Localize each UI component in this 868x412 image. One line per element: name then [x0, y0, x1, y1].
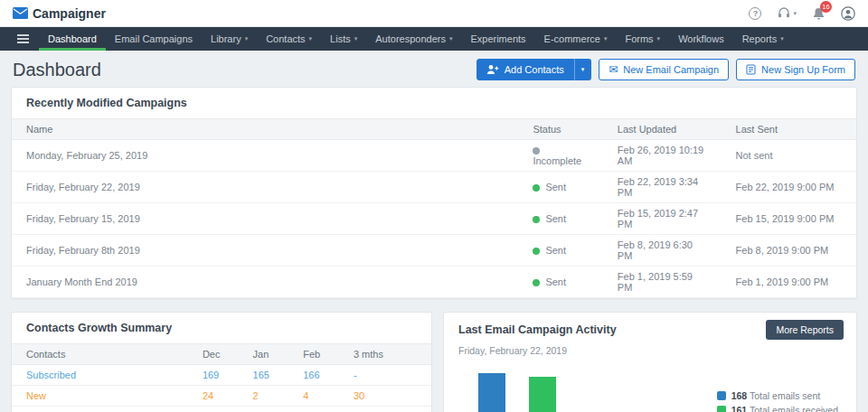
bar-total-emails-received — [529, 377, 556, 412]
recent-campaigns-card: Recently Modified Campaigns Name Status … — [11, 87, 857, 299]
campaign-activity-chart: 168 Total emails sent 161 Total emails r… — [458, 365, 842, 412]
card-title: Recently Modified Campaigns — [26, 97, 187, 109]
contacts-growth-table: Contacts Dec Jan Feb 3 mths Subscribed 1… — [12, 343, 431, 412]
metric-value: 0 — [188, 407, 239, 412]
nav-autoresponders[interactable]: Autoresponders▾ — [366, 27, 461, 51]
more-reports-button[interactable]: More Reports — [766, 320, 844, 340]
account-menu-button[interactable] — [841, 6, 855, 21]
bar-group — [466, 367, 672, 412]
col-status: Status — [518, 119, 602, 140]
bar-total-emails-sent — [478, 373, 505, 412]
chevron-down-icon: ▾ — [793, 10, 797, 17]
campaign-name[interactable]: Friday, February 15, 2019 — [12, 203, 518, 235]
nav-dashboard[interactable]: Dashboard — [39, 27, 106, 51]
main-nav: Dashboard Email Campaigns Library▾ Conta… — [0, 27, 868, 51]
main-content: Recently Modified Campaigns Name Status … — [0, 87, 868, 412]
metric-value: 165 — [239, 365, 289, 386]
table-row[interactable]: Monday, February 25, 2019 Incomplete Feb… — [12, 140, 856, 172]
card-header: Recently Modified Campaigns — [12, 88, 856, 118]
table-row[interactable]: January Month End 2019 Sent Feb 1, 2019 … — [12, 267, 856, 298]
col-last-sent: Last Sent — [722, 119, 856, 140]
metric-value: 169 — [188, 365, 239, 386]
form-icon — [746, 64, 756, 75]
table-row[interactable]: Friday, February 15, 2019 Sent Feb 15, 2… — [12, 203, 856, 235]
col-3mths: 3 mths — [339, 344, 431, 365]
status-dot — [533, 147, 540, 154]
campaign-status: Incomplete — [518, 140, 602, 172]
col-contacts: Contacts — [12, 344, 188, 365]
status-dot — [533, 279, 540, 286]
metric-value: 4 — [288, 386, 339, 407]
page-header: Dashboard Add Contacts ▾ ✉ New Email Cam… — [0, 51, 868, 87]
user-avatar-icon — [841, 6, 855, 21]
envelope-logo-icon — [13, 7, 28, 19]
card-header: Last Email Campaign Activity More Report… — [444, 313, 856, 343]
add-contacts-split-button: Add Contacts ▾ — [476, 59, 592, 80]
table-row[interactable]: Friday, February 8th 2019 Sent Feb 8, 20… — [12, 235, 856, 267]
growth-row: Unsubscribed 0 1 3 4 — [12, 407, 431, 412]
headset-icon — [778, 7, 790, 19]
nav-lists[interactable]: Lists▾ — [321, 27, 366, 51]
growth-row: Subscribed 169 165 166 - — [12, 365, 431, 386]
col-last-updated: Last Updated — [603, 119, 722, 140]
add-contacts-dropdown[interactable]: ▾ — [574, 59, 592, 80]
nav-experiments[interactable]: Experiments — [461, 27, 534, 51]
campaign-activity-card: Last Email Campaign Activity More Report… — [443, 312, 857, 412]
card-title: Last Email Campaign Activity — [458, 323, 617, 336]
legend-swatch — [717, 406, 726, 412]
card-title: Contacts Growth Summary — [26, 322, 172, 334]
nav-email-campaigns[interactable]: Email Campaigns — [106, 27, 202, 51]
table-row[interactable]: Friday, February 22, 2019 Sent Feb 22, 2… — [12, 172, 856, 203]
topbar-tools: ? ▾ 16 — [749, 6, 855, 21]
nav-workflows[interactable]: Workflows — [669, 27, 733, 51]
menu-icon[interactable] — [7, 27, 39, 51]
support-menu-button[interactable]: ▾ — [778, 7, 797, 19]
metric-subscribed-link[interactable]: Subscribed — [26, 370, 76, 380]
nav-contacts[interactable]: Contacts▾ — [257, 27, 321, 51]
legend-swatch — [717, 391, 726, 400]
metric-value: 2 — [239, 386, 289, 407]
metric-value: 1 — [239, 407, 289, 412]
campaign-name[interactable]: January Month End 2019 — [12, 267, 518, 298]
metric-new-link[interactable]: New — [26, 390, 46, 401]
chevron-down-icon: ▾ — [245, 35, 249, 42]
page-actions: Add Contacts ▾ ✉ New Email Campaign New … — [476, 59, 855, 80]
campaign-name[interactable]: Monday, February 25, 2019 — [12, 140, 518, 172]
growth-row: New 24 2 4 30 — [12, 386, 431, 407]
campaign-last-sent: Feb 8, 2019 9:00 PM — [722, 235, 856, 267]
campaigner-logo[interactable]: Campaigner — [13, 6, 106, 21]
chevron-down-icon: ▾ — [354, 35, 358, 42]
campaign-name[interactable]: Friday, February 8th 2019 — [12, 235, 518, 267]
table-header-row: Name Status Last Updated Last Sent — [12, 119, 856, 140]
bottom-row: Contacts Growth Summary Contacts Dec Jan… — [11, 312, 857, 412]
add-contacts-button[interactable]: Add Contacts — [476, 59, 574, 80]
nav-reports[interactable]: Reports▾ — [733, 27, 793, 51]
new-email-campaign-button[interactable]: ✉ New Email Campaign — [599, 59, 729, 80]
help-button[interactable]: ? — [749, 7, 761, 20]
recent-campaigns-table: Name Status Last Updated Last Sent Monda… — [12, 118, 856, 298]
col-feb: Feb — [288, 344, 339, 365]
campaign-status: Sent — [518, 235, 602, 267]
question-icon: ? — [749, 7, 761, 20]
chevron-down-icon: ▾ — [449, 35, 453, 42]
chevron-down-icon: ▾ — [657, 35, 661, 42]
status-dot — [533, 248, 540, 255]
campaign-last-updated: Feb 15, 2019 2:47 PM — [603, 203, 722, 235]
campaign-last-updated: Feb 22, 2019 3:34 PM — [603, 172, 722, 203]
new-signup-form-button[interactable]: New Sign Up Form — [736, 59, 855, 80]
metric-value: 166 — [288, 365, 339, 386]
chevron-down-icon: ▾ — [604, 35, 608, 42]
metric-value: 3 — [288, 407, 339, 412]
legend-item: 168 Total emails sent — [717, 390, 838, 401]
campaign-name[interactable]: Friday, February 22, 2019 — [12, 172, 518, 203]
contacts-growth-card: Contacts Growth Summary Contacts Dec Jan… — [11, 312, 432, 412]
notifications-button[interactable]: 16 — [813, 7, 825, 20]
metric-value: - — [339, 365, 431, 386]
chevron-down-icon: ▾ — [309, 35, 313, 42]
campaign-last-sent: Feb 22, 2019 9:00 PM — [722, 172, 856, 203]
campaign-last-updated: Feb 26, 2019 10:19 AM — [603, 140, 722, 172]
nav-forms[interactable]: Forms▾ — [616, 27, 669, 51]
person-plus-icon — [486, 64, 499, 75]
nav-library[interactable]: Library▾ — [202, 27, 257, 51]
nav-ecommerce[interactable]: E-commerce▾ — [535, 27, 617, 51]
